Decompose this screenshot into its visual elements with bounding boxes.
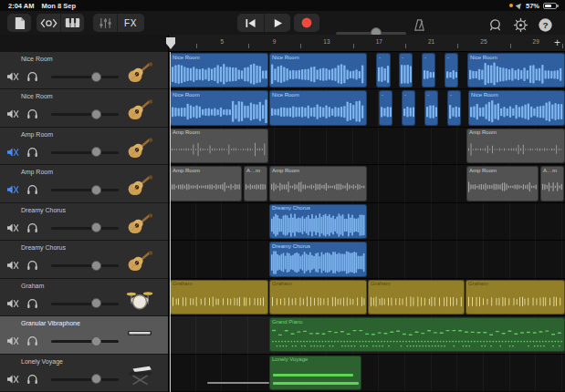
region-dreamy-chorus[interactable]: Dreamy Chorus xyxy=(269,242,367,276)
solo-headphones-button[interactable] xyxy=(26,182,38,199)
add-bars-button[interactable]: + xyxy=(554,36,560,49)
solo-headphones-button[interactable] xyxy=(26,145,38,161)
region-graham[interactable]: Graham xyxy=(368,280,465,315)
fx-button[interactable]: FX xyxy=(117,14,143,32)
track-header-nice-room[interactable]: Nice Room xyxy=(0,52,168,89)
track-volume-knob[interactable] xyxy=(91,298,101,308)
guitar-icon[interactable] xyxy=(126,251,153,272)
region-segment[interactable]: - xyxy=(376,53,391,88)
track-header-amp-room[interactable]: Amp Room xyxy=(0,165,168,202)
track-header-amp-room[interactable]: Amp Room xyxy=(0,128,168,165)
keyboard2-icon[interactable] xyxy=(126,365,153,386)
play-button[interactable] xyxy=(264,14,290,32)
guitar-icon[interactable] xyxy=(126,99,153,120)
track-volume-slider[interactable] xyxy=(51,378,119,381)
track-lane-amp-room[interactable]: Amp RoomA…mAmp RoomAmp RoomA…m xyxy=(169,165,565,202)
region-segment[interactable]: - xyxy=(445,53,458,88)
solo-headphones-button[interactable] xyxy=(26,372,38,388)
guitar-icon[interactable] xyxy=(126,62,153,83)
mute-button[interactable] xyxy=(6,145,19,161)
keyboard-icon[interactable] xyxy=(126,326,153,347)
track-lane-nice-room[interactable]: Nice RoomNice Room----Nice Room xyxy=(169,89,565,127)
track-volume-slider[interactable] xyxy=(51,227,119,230)
track-volume-knob[interactable] xyxy=(91,147,101,157)
mute-button[interactable] xyxy=(6,107,19,123)
timeline-ruler[interactable]: + 591317212529 xyxy=(169,35,565,52)
solo-headphones-button[interactable] xyxy=(26,258,38,274)
go-to-beginning-button[interactable] xyxy=(237,14,264,32)
track-volume-knob[interactable] xyxy=(91,72,101,82)
track-header-graham[interactable]: Graham xyxy=(0,279,168,316)
track-volume-slider[interactable] xyxy=(51,340,119,343)
track-header-dreamy-chorus[interactable]: Dreamy Chorus xyxy=(0,241,168,278)
region-amp-room[interactable]: Amp Room xyxy=(269,166,367,201)
track-lane-granular-vibraphone[interactable]: Grand Piano xyxy=(169,316,565,354)
region-nice-room[interactable]: Nice Room xyxy=(170,90,268,125)
guitar-icon[interactable] xyxy=(126,213,153,234)
track-lane-dreamy-chorus[interactable]: Dreamy Chorus xyxy=(169,241,565,278)
drums-icon[interactable] xyxy=(126,289,153,310)
solo-headphones-button[interactable] xyxy=(26,296,38,313)
region-graham[interactable]: Graham xyxy=(269,280,367,315)
track-volume-slider[interactable] xyxy=(51,189,119,191)
track-volume-knob[interactable] xyxy=(91,261,101,271)
track-header-dreamy-chorus[interactable]: Dreamy Chorus xyxy=(0,203,168,241)
mute-button[interactable] xyxy=(6,334,19,350)
track-controls-button[interactable] xyxy=(93,14,117,32)
track-lane-nice-room[interactable]: Nice RoomNice Room----Nice Room xyxy=(169,52,565,89)
region-amp-room[interactable]: Amp Room xyxy=(466,166,539,201)
solo-headphones-button[interactable] xyxy=(26,107,38,123)
track-volume-slider[interactable] xyxy=(51,151,119,154)
mute-button[interactable] xyxy=(6,258,19,274)
track-volume-slider[interactable] xyxy=(51,76,119,78)
metronome-button[interactable] xyxy=(413,18,426,32)
region-nice-room[interactable]: Nice Room xyxy=(269,53,367,88)
settings-button[interactable] xyxy=(513,17,528,33)
playhead-line[interactable] xyxy=(170,52,171,392)
help-button[interactable]: ? xyxy=(538,17,553,33)
region-segment[interactable]: - xyxy=(379,90,392,125)
region-nice-room[interactable]: Nice Room xyxy=(468,90,565,125)
track-lane-dreamy-chorus[interactable]: Dreamy Chorus xyxy=(169,203,565,241)
mute-button[interactable] xyxy=(6,182,19,199)
track-volume-knob[interactable] xyxy=(91,222,101,232)
track-volume-slider[interactable] xyxy=(51,264,119,267)
mute-button[interactable] xyxy=(6,221,19,237)
region-segment[interactable]: - xyxy=(424,90,438,125)
region-amp-room[interactable]: Amp Room xyxy=(170,129,268,163)
track-lane-lonely-voyage[interactable]: Lonely Voyage xyxy=(169,355,565,392)
track-header-lonely-voyage[interactable]: Lonely Voyage xyxy=(0,355,168,392)
region-amp-room[interactable]: Amp Room xyxy=(466,129,565,163)
solo-headphones-button[interactable] xyxy=(26,221,38,237)
record-button[interactable] xyxy=(294,14,319,32)
region-segment[interactable]: - xyxy=(399,53,413,88)
region-lonely-voyage[interactable]: Lonely Voyage xyxy=(269,356,361,390)
guitar-icon[interactable] xyxy=(126,175,153,196)
my-songs-button[interactable] xyxy=(7,14,31,32)
region-segment[interactable]: - xyxy=(402,90,415,125)
region-nice-room[interactable]: Nice Room xyxy=(170,53,268,88)
mute-button[interactable] xyxy=(6,372,19,388)
track-header-nice-room[interactable]: Nice Room xyxy=(0,89,168,127)
region-a-m[interactable]: A…m xyxy=(244,166,267,201)
track-lane-graham[interactable]: GrahamGrahamGrahamGraham xyxy=(169,279,565,316)
region-segment[interactable]: - xyxy=(422,53,435,88)
track-header-granular-vibraphone[interactable]: Granular Vibraphone xyxy=(0,316,168,354)
region-graham[interactable]: Graham xyxy=(466,280,565,315)
mute-button[interactable] xyxy=(6,69,19,86)
region-nice-room[interactable]: Nice Room xyxy=(467,53,565,88)
track-volume-knob[interactable] xyxy=(91,109,101,119)
region-grand-piano[interactable]: Grand Piano xyxy=(269,317,565,352)
solo-headphones-button[interactable] xyxy=(26,334,38,350)
instrument-view-button[interactable] xyxy=(37,14,60,32)
track-volume-slider[interactable] xyxy=(51,303,119,305)
mute-button[interactable] xyxy=(6,296,19,313)
solo-headphones-button[interactable] xyxy=(26,69,38,86)
track-volume-knob[interactable] xyxy=(91,336,101,346)
region-amp-room[interactable]: Amp Room xyxy=(170,166,242,201)
tracks-view-button[interactable] xyxy=(60,14,84,32)
guitar-icon[interactable] xyxy=(126,138,153,159)
region-graham[interactable]: Graham xyxy=(170,280,268,315)
region-dreamy-chorus[interactable]: Dreamy Chorus xyxy=(269,204,367,239)
region-a-m[interactable]: A…m xyxy=(540,166,564,201)
